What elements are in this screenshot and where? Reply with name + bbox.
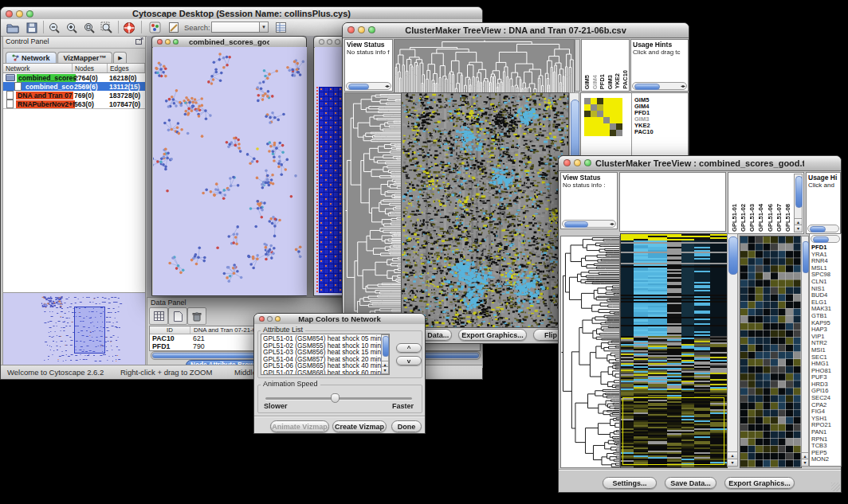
tv2-gene-hscrollbar[interactable]: [811, 235, 840, 243]
mini-heatmap-cell[interactable]: [610, 130, 616, 136]
mini-heatmap-cell[interactable]: [597, 111, 603, 117]
column-header-edges[interactable]: Edges: [108, 64, 145, 72]
minimize-button[interactable]: [165, 39, 171, 45]
tv2-settings-button[interactable]: Settings...: [603, 477, 657, 489]
mini-heatmap-cell[interactable]: [616, 111, 622, 117]
mini-heatmap-cell[interactable]: [610, 111, 616, 117]
tv1-column-label[interactable]: GIM4: [591, 75, 599, 89]
resize-grip[interactable]: [831, 483, 840, 491]
tv2-vscrollbar[interactable]: ▴ ▾: [727, 233, 738, 467]
tv1-row-dendrogram[interactable]: [344, 92, 402, 328]
network-table-row[interactable]: RNAPuberNov2+!563(0)107847(0): [3, 100, 145, 108]
mini-heatmap-cell[interactable]: [603, 98, 610, 104]
tv2-gene-label[interactable]: MON2: [811, 456, 831, 463]
mini-heatmap-cell[interactable]: [616, 98, 622, 104]
treeview1-titlebar[interactable]: ClusterMaker TreeView : DNA and Tran 07-…: [343, 23, 689, 38]
minimize-button[interactable]: [327, 39, 332, 45]
minimize-button[interactable]: [574, 159, 581, 166]
help-lifesaver-icon[interactable]: [122, 21, 136, 34]
mini-heatmap-cell[interactable]: [591, 130, 597, 136]
dialog-titlebar[interactable]: Map Colors to Network: [254, 314, 425, 325]
mini-heatmap-cell[interactable]: [584, 111, 591, 117]
tv1-column-label[interactable]: GIM3: [607, 75, 614, 89]
mini-heatmap-cell[interactable]: [616, 123, 622, 130]
zoom-button[interactable]: [368, 26, 375, 33]
mini-heatmap-cell[interactable]: [597, 104, 603, 111]
mini-heatmap-cell[interactable]: [610, 98, 616, 104]
tv2-column-label[interactable]: GPL51-04 (GSM857): [756, 174, 765, 232]
mini-heatmap-cell[interactable]: [584, 130, 591, 136]
zoom-button[interactable]: [26, 10, 33, 18]
attribute-list[interactable]: GPL51-01 (GSM854) heat shock 05 minGPL51…: [261, 334, 390, 375]
tv1-heatmap[interactable]: [401, 92, 569, 328]
close-button[interactable]: [6, 10, 13, 18]
mini-heatmap-cell[interactable]: [597, 98, 603, 104]
minimize-button[interactable]: [358, 26, 365, 33]
attribute-browser-icon[interactable]: [273, 21, 288, 34]
tv2-save-data-button[interactable]: Save Data...: [665, 477, 716, 489]
more-tabs-arrow[interactable]: ▶: [113, 52, 127, 63]
tv2-heatmap[interactable]: [620, 233, 728, 468]
mini-heatmap-cell[interactable]: [591, 117, 597, 123]
tv1-column-dendrogram[interactable]: [394, 39, 575, 93]
treeview2-titlebar[interactable]: ClusterMaker TreeView : combined_scores_…: [559, 156, 841, 171]
float-panel-icon[interactable]: [135, 37, 143, 48]
tv2-column-label[interactable]: GPL51-06 (GSM865): [766, 174, 775, 232]
mini-heatmap-cell[interactable]: [603, 123, 610, 130]
tv2-column-label[interactable]: GPL51-07 (GSM868): [775, 174, 783, 232]
zoom-button[interactable]: [275, 316, 281, 322]
birdseye-view[interactable]: [3, 292, 145, 366]
network-table-row[interactable]: combined_scores2764(0)16218(0): [3, 73, 145, 82]
tv2-column-dendrogram-area[interactable]: [619, 172, 726, 232]
zoom-button[interactable]: [335, 39, 340, 45]
close-button[interactable]: [259, 316, 265, 322]
mini-heatmap-cell[interactable]: [610, 117, 616, 123]
mini-heatmap-cell[interactable]: [603, 104, 610, 111]
mini-heatmap-cell[interactable]: [603, 111, 610, 117]
attribute-list-scrollbar[interactable]: ▴ ▾: [381, 334, 389, 374]
attribute-list-item[interactable]: GPL51-07 (GSM868) heat shock 60 min: [261, 369, 380, 376]
minimize-button[interactable]: [267, 316, 273, 322]
tv1-hints-scrollbar[interactable]: ◂▸: [632, 82, 687, 90]
tv1-mini-heatmap[interactable]: [584, 98, 622, 136]
close-button[interactable]: [563, 159, 571, 166]
tv2-zoom-heatmap[interactable]: [740, 236, 802, 468]
network-table-row[interactable]: DNA and Tran 07769(0)183728(0): [3, 91, 145, 100]
mini-heatmap-cell[interactable]: [591, 104, 597, 111]
mini-heatmap-cell[interactable]: [597, 117, 603, 123]
tv2-column-label[interactable]: GPL51-08 (GSM872): [783, 174, 792, 232]
annotation-icon[interactable]: [167, 21, 181, 34]
vizmap-icon[interactable]: [147, 21, 162, 34]
tv2-hints-scrollbar[interactable]: [807, 225, 839, 232]
mini-heatmap-cell[interactable]: [616, 117, 622, 123]
tv2-status-scrollbar[interactable]: ◂▸: [562, 220, 616, 228]
mini-heatmap-cell[interactable]: [597, 130, 603, 136]
search-input[interactable]: [211, 21, 261, 33]
mini-heatmap-cell[interactable]: [603, 117, 610, 123]
network-table-row[interactable]: combined_sco2569(6)13112(15): [3, 82, 145, 91]
mini-heatmap-cell[interactable]: [610, 104, 616, 111]
animate-vizmap-button[interactable]: Animate Vizmap: [270, 420, 329, 432]
mini-heatmap-cell[interactable]: [591, 98, 597, 104]
speed-slider-thumb[interactable]: [331, 393, 340, 403]
mini-heatmap-cell[interactable]: [597, 123, 603, 130]
mini-heatmap-cell[interactable]: [584, 98, 591, 104]
zoom-in-icon[interactable]: [65, 21, 79, 34]
tv1-splitter[interactable]: [575, 39, 580, 92]
zoom-button[interactable]: [584, 159, 591, 166]
attribute-select-icon[interactable]: [149, 307, 168, 325]
tv2-export-graphics-button[interactable]: Export Graphics...: [724, 477, 795, 489]
mini-heatmap-cell[interactable]: [584, 123, 591, 130]
mini-heatmap-cell[interactable]: [616, 104, 622, 111]
tv2-column-label[interactable]: GPL51-03 (GSM856): [748, 174, 756, 232]
mini-heatmap-cell[interactable]: [584, 117, 591, 123]
tv1-column-label[interactable]: YKE2: [614, 73, 621, 89]
mini-heatmap-cell[interactable]: [610, 123, 616, 130]
birdseye-canvas[interactable]: [4, 294, 144, 365]
mini-heatmap-cell[interactable]: [584, 104, 591, 111]
tv2-labels-scrollbar[interactable]: ▴ ▾: [794, 174, 803, 232]
column-header-nodes[interactable]: Nodes: [73, 64, 108, 72]
tab-network[interactable]: Network: [6, 52, 57, 63]
network-view-titlebar[interactable]: combined_scores_good.txt--cluste...: [152, 37, 306, 48]
zoom-fit-icon[interactable]: [100, 21, 114, 34]
